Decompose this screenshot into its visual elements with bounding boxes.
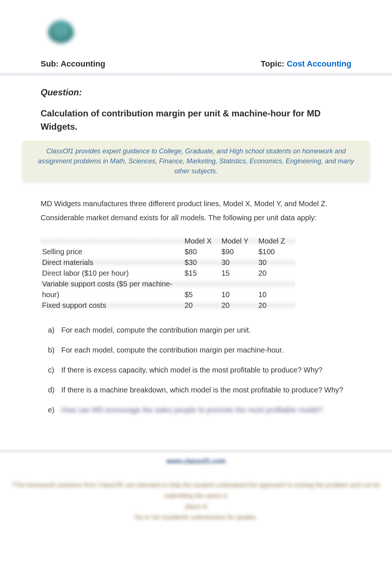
list-item: a) For each model, compute the contribut… (48, 324, 351, 336)
sub-value: Accounting (61, 59, 105, 68)
sub-label: Sub: (41, 59, 61, 68)
cell: 10 (258, 289, 295, 300)
list-item: d) If there is a machine breakdown, whic… (48, 384, 351, 396)
table-row: Selling price $80 $90 $100 (41, 246, 295, 257)
table-row: Direct materials $30 30 30 (41, 257, 295, 268)
cell: $30 (185, 257, 221, 268)
item-text-blurred: How can MD encourage the sales people to… (61, 404, 351, 416)
col-header: Model X (185, 236, 221, 246)
cell: $15 (185, 268, 221, 279)
table-row: Fixed support costs 20 20 20 (41, 300, 295, 311)
col-header: Model Z (258, 236, 295, 246)
cell: $90 (221, 246, 258, 257)
disclaimer-line: *The homework solutions from ClassOf1 ar… (7, 480, 385, 501)
question-heading: Question: (41, 87, 351, 98)
list-item: b) For each model, compute the contribut… (48, 344, 351, 356)
table-row: Direct labor ($10 per hour) $15 15 20 (41, 268, 295, 279)
cell: $80 (185, 246, 221, 257)
cell: 30 (221, 257, 258, 268)
topic-label: Topic: (261, 59, 286, 68)
brand-logo (41, 15, 81, 52)
row-label: Direct materials (41, 257, 185, 268)
promo-banner: ClassOf1 provides expert guidance to Col… (22, 141, 370, 182)
item-text: If there is a machine breakdown, which m… (61, 384, 351, 396)
table-row: Variable support costs ($5 per machine- (41, 279, 295, 289)
cell: $5 (185, 289, 221, 300)
cell: 20 (258, 268, 295, 279)
item-marker: e) (48, 404, 61, 416)
cell: 20 (185, 300, 221, 311)
footer-url: www.classof1.com (0, 457, 392, 465)
row-label: Fixed support costs (41, 300, 185, 311)
cell: 30 (258, 257, 295, 268)
item-text: For each model, compute the contribution… (61, 324, 351, 336)
cell: 15 (221, 268, 258, 279)
item-marker: a) (48, 324, 61, 336)
item-text: If there is excess capacity, which model… (61, 364, 351, 376)
footer-disclaimer: *The homework solutions from ClassOf1 ar… (0, 480, 392, 545)
disclaimer-line: his or her academic submissions for grad… (7, 512, 385, 523)
row-label: Selling price (41, 246, 185, 257)
col-header: Model Y (221, 236, 258, 246)
item-marker: b) (48, 344, 61, 356)
row-label: Direct labor ($10 per hour) (41, 268, 185, 279)
cost-data-table: Model X Model Y Model Z Selling price $8… (41, 236, 295, 311)
item-text: For each model, compute the contribution… (61, 344, 351, 356)
disclaimer-line: place of (7, 501, 385, 512)
intro-text: MD Widgets manufactures three different … (41, 197, 351, 225)
list-item: e) How can MD encourage the sales people… (48, 404, 351, 416)
page-title: Calculation of contribution margin per u… (41, 107, 351, 133)
cell: 20 (221, 300, 258, 311)
table-row: hour) $5 10 10 (41, 289, 295, 300)
header-divider (0, 72, 392, 76)
item-marker: c) (48, 364, 61, 376)
footer-divider (0, 449, 392, 453)
cell: 10 (221, 289, 258, 300)
cell: 20 (258, 300, 295, 311)
topic-value: Cost Accounting (287, 59, 351, 68)
table-header-row: Model X Model Y Model Z (41, 236, 295, 246)
item-marker: d) (48, 384, 61, 396)
subject-topic-header: Sub: Accounting Topic: Cost Accounting (0, 59, 392, 72)
sub-questions-list: a) For each model, compute the contribut… (41, 324, 351, 416)
row-label: Variable support costs ($5 per machine- (41, 279, 185, 289)
list-item: c) If there is excess capacity, which mo… (48, 364, 351, 376)
row-label-cont: hour) (41, 289, 185, 300)
topic-block: Topic: Cost Accounting (261, 59, 351, 69)
cell: $100 (258, 246, 295, 257)
subject-block: Sub: Accounting (41, 59, 105, 69)
